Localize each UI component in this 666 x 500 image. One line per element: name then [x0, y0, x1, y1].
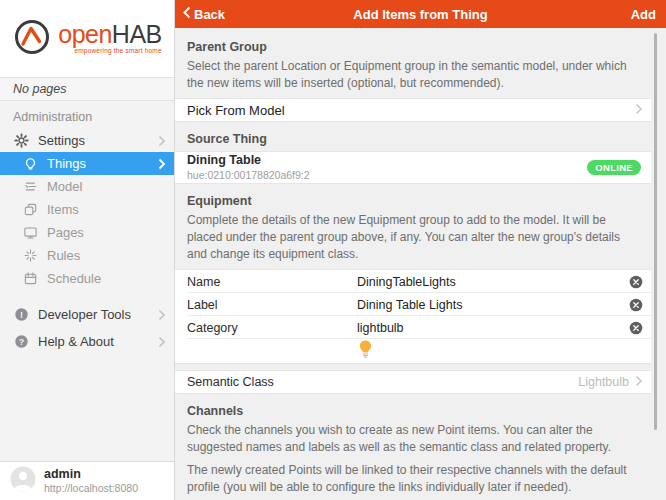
model-tree-icon [22, 179, 38, 195]
category-preview-row [175, 339, 651, 363]
app-window: openHAB empowering the smart home No pag… [0, 0, 666, 500]
semantic-class-value: Lightbulb [578, 375, 629, 389]
navbar: Back Add Items from Thing Add [175, 0, 666, 28]
chevron-right-icon [158, 135, 166, 147]
pick-from-model-row[interactable]: Pick From Model [175, 98, 651, 122]
clear-icon[interactable] [629, 298, 643, 312]
user-name: admin [44, 467, 138, 482]
channels-title: Channels [187, 404, 637, 418]
administration-section-label: Administration [0, 101, 174, 129]
openhab-logo-text: openHAB empowering the smart home [58, 22, 162, 55]
page-title: Add Items from Thing [175, 7, 666, 22]
gear-icon [13, 133, 29, 149]
chevron-right-icon [158, 158, 166, 170]
help-icon: ? [13, 334, 29, 350]
sidebar-item-settings[interactable]: Settings [0, 129, 174, 152]
developer-tools-icon: ! [13, 307, 29, 323]
scrollbar-thumb[interactable] [654, 33, 657, 430]
category-field[interactable] [357, 321, 623, 335]
page-content: Parent Group Select the parent Location … [175, 28, 666, 500]
svg-text:!: ! [20, 310, 23, 320]
source-thing-row: Dining Table hue:0210:00178820a6f9:2 ONL… [175, 151, 651, 184]
thing-uid: hue:0210:00178820a6f9:2 [187, 169, 587, 182]
chevron-right-icon [635, 103, 643, 118]
main-panel: Back Add Items from Thing Add Parent Gro… [175, 0, 666, 500]
lightbulb-category-icon [357, 339, 374, 364]
pages-monitor-icon [22, 225, 38, 241]
sidebar-item-items[interactable]: Items [0, 198, 174, 221]
name-field-row: Name [175, 270, 651, 293]
status-badge: ONLINE [587, 160, 641, 175]
chevron-left-icon [183, 6, 191, 22]
parent-group-description: Select the parent Location or Equipment … [187, 58, 633, 92]
back-label: Back [194, 7, 225, 22]
sidebar-item-label: Things [47, 156, 149, 171]
channels-description-2: The newly created Points will be linked … [187, 462, 633, 496]
logo-open: open [58, 20, 112, 48]
sidebar-item-label: Items [47, 202, 166, 217]
openhab-logo-icon [12, 17, 52, 61]
channels-description-1: Check the channels you wish to create as… [187, 422, 633, 456]
sidebar-item-label: Model [47, 179, 166, 194]
clear-icon[interactable] [629, 275, 643, 289]
semantic-class-label: Semantic Class [187, 375, 578, 389]
thing-name: Dining Table [187, 153, 587, 169]
category-field-row: Category [175, 316, 651, 339]
sidebar-item-label: Settings [38, 133, 149, 148]
parent-group-title: Parent Group [187, 40, 637, 54]
sidebar: openHAB empowering the smart home No pag… [0, 0, 175, 500]
chevron-right-icon [158, 336, 166, 348]
label-field-row: Label [175, 293, 651, 316]
logo-tagline: empowering the smart home [74, 48, 161, 55]
logo-hab: HAB [112, 20, 162, 48]
lightbulb-icon [22, 156, 38, 172]
sidebar-item-label: Rules [47, 248, 166, 263]
sidebar-item-pages[interactable]: Pages [0, 221, 174, 244]
label-field-label: Label [187, 298, 357, 312]
clear-icon[interactable] [629, 321, 643, 335]
source-thing-title: Source Thing [187, 132, 637, 146]
back-button[interactable]: Back [175, 6, 225, 22]
svg-text:?: ? [18, 337, 23, 347]
chevron-right-icon [635, 373, 643, 391]
equipment-title: Equipment [187, 194, 637, 208]
openhab-logo[interactable]: openHAB empowering the smart home [0, 0, 174, 77]
sidebar-item-label: Schedule [47, 271, 166, 286]
items-copy-icon [22, 202, 38, 218]
rules-sparkle-icon [22, 248, 38, 264]
sidebar-item-schedule[interactable]: Schedule [0, 267, 174, 290]
semantic-class-row[interactable]: Semantic Class Lightbulb [175, 370, 651, 394]
avatar [10, 466, 36, 496]
name-field[interactable] [357, 275, 623, 289]
name-field-label: Name [187, 275, 357, 289]
schedule-calendar-icon [22, 271, 38, 287]
chevron-right-icon [158, 309, 166, 321]
sidebar-item-developer-tools[interactable]: ! Developer Tools [0, 303, 174, 326]
no-pages-label: No pages [0, 77, 174, 101]
label-field[interactable] [357, 298, 623, 312]
pick-from-model-label: Pick From Model [187, 103, 635, 118]
sidebar-item-model[interactable]: Model [0, 175, 174, 198]
equipment-description: Complete the details of the new Equipmen… [187, 212, 633, 263]
sidebar-item-rules[interactable]: Rules [0, 244, 174, 267]
sidebar-item-label: Help & About [38, 334, 149, 349]
user-account[interactable]: admin http://localhost:8080 [0, 461, 174, 500]
sidebar-item-help-about[interactable]: ? Help & About [0, 330, 174, 353]
sidebar-item-things[interactable]: Things [0, 152, 174, 175]
sidebar-nav: Settings Things [0, 129, 174, 353]
add-button[interactable]: Add [631, 7, 666, 22]
equipment-form: Name Label Category [175, 269, 651, 364]
category-field-label: Category [187, 321, 357, 335]
user-url: http://localhost:8080 [44, 482, 138, 495]
sidebar-item-label: Developer Tools [38, 307, 149, 322]
sidebar-item-label: Pages [47, 225, 166, 240]
